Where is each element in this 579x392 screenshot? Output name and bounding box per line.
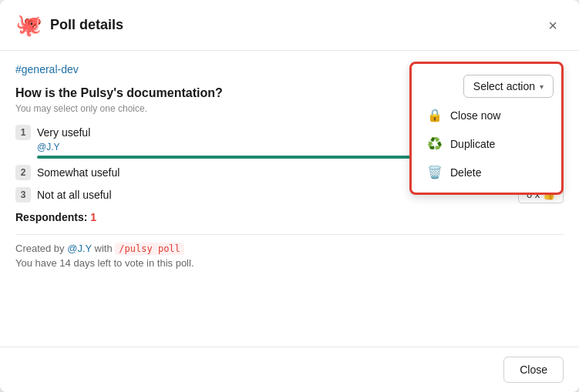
created-by-prefix: Created by <box>15 243 65 254</box>
modal-footer: Close <box>0 347 579 392</box>
option-number-1: 1 <box>15 125 31 140</box>
respondents-count: 1 <box>90 211 96 223</box>
menu-item-delete-label: Delete <box>450 166 481 179</box>
chevron-down-icon: ▾ <box>540 82 544 91</box>
close-button[interactable]: Close <box>503 357 564 383</box>
divider <box>15 234 564 235</box>
created-by-command: /pulsy poll <box>115 243 183 255</box>
close-x-button[interactable]: × <box>542 15 564 36</box>
app-icon: 🐙 <box>15 12 42 38</box>
option-text-2: Somewhat useful <box>37 166 120 179</box>
option-number-3: 3 <box>15 187 31 203</box>
option-number-2: 2 <box>15 165 31 180</box>
lock-icon: 🔒 <box>427 108 443 122</box>
select-action-button[interactable]: Select action ▾ <box>463 75 554 98</box>
created-by-with: with <box>95 243 113 254</box>
menu-item-delete[interactable]: 🗑️ Delete <box>412 158 561 186</box>
respondents-row: Respondents: 1 <box>15 211 564 223</box>
modal-header: 🐙 Poll details × <box>0 0 579 51</box>
option-text-3: Not at all useful <box>37 189 112 201</box>
dropdown-overlay: Select action ▾ 🔒 Close now ♻️ Duplicate… <box>409 62 564 195</box>
channel-link[interactable]: #general-dev <box>15 63 79 75</box>
recycle-icon: ♻️ <box>427 136 443 151</box>
menu-item-close-now-label: Close now <box>450 109 500 122</box>
days-left: You have 14 days left to vote in this po… <box>15 257 564 269</box>
created-by: Created by @J.Y with /pulsy poll <box>15 243 564 254</box>
select-action-label: Select action <box>473 80 535 92</box>
menu-item-duplicate[interactable]: ♻️ Duplicate <box>412 129 561 158</box>
respondents-label: Respondents: <box>15 211 87 223</box>
dropdown-menu: 🔒 Close now ♻️ Duplicate 🗑️ Delete <box>412 101 561 186</box>
modal-title: Poll details <box>50 17 542 33</box>
menu-item-close-now[interactable]: 🔒 Close now <box>412 101 561 129</box>
option-text-1: Very useful <box>37 126 90 139</box>
dropdown-header: Select action ▾ <box>412 70 561 101</box>
trash-icon: 🗑️ <box>427 165 443 179</box>
modal: 🐙 Poll details × Select action ▾ 🔒 Close… <box>0 0 579 392</box>
modal-body: Select action ▾ 🔒 Close now ♻️ Duplicate… <box>0 51 579 347</box>
menu-item-duplicate-label: Duplicate <box>450 138 495 150</box>
created-by-user[interactable]: @J.Y <box>67 243 92 254</box>
